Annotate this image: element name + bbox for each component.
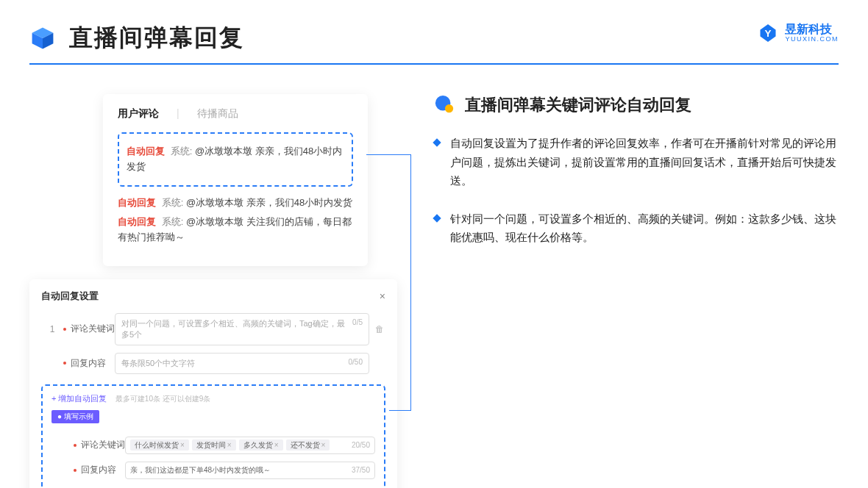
highlighted-comment: 自动回复 系统: @冰墩墩本墩 亲亲，我们48小时内发货 — [118, 132, 353, 187]
system-label: 系统: — [171, 146, 193, 157]
tab-user-comments[interactable]: 用户评论 — [118, 107, 159, 121]
comment-item: 自动回复 系统: @冰墩墩本墩 亲亲，我们48小时内发货 — [118, 195, 353, 211]
keyword-label: 评论关键词 — [71, 323, 115, 335]
page-title: 直播间弹幕回复 — [69, 22, 244, 54]
tab-separator: | — [177, 107, 179, 121]
example-section: + 增加自动回复 最多可建10条 还可以创建9条 ● 填写示例 评论关键词 什么… — [41, 384, 385, 488]
bullet-point: 自动回复设置为了提升作者的评论回复效率，作者可在开播前针对常见的评论用户问题，提… — [434, 134, 839, 190]
keyword-input[interactable]: 对同一个问题，可设置多个相近、高频的关键词，Tag确定，最多5个 0/5 — [115, 313, 369, 345]
brand-name-en: YUUXIN.COM — [785, 36, 839, 43]
required-dot — [63, 328, 66, 331]
bullet-point: 针对同一个问题，可设置多个相近的、高频的关键词。例如：这款多少钱、这块能优惠吗、… — [434, 209, 839, 247]
ex-content-label: 回复内容 — [81, 464, 125, 476]
add-hint: 最多可建10条 还可以创建9条 — [115, 395, 210, 403]
svg-text:Y: Y — [765, 28, 772, 39]
example-badge: ● 填写示例 — [51, 410, 99, 423]
ex-content-input[interactable]: 亲，我们这边都是下单48小时内发货的哦～ 37/50 — [125, 462, 375, 479]
close-icon[interactable]: × — [380, 290, 385, 302]
comment-item: 自动回复 系统: @冰墩墩本墩 关注我们的店铺，每日都有热门推荐呦～ — [118, 215, 353, 245]
diamond-bullet-icon — [433, 214, 441, 222]
add-auto-reply-link[interactable]: + 增加自动回复 — [51, 394, 107, 403]
svg-point-5 — [445, 104, 453, 112]
keyword-tag[interactable]: 还不发货× — [286, 439, 330, 451]
comments-panel: 用户评论 | 待播商品 自动回复 系统: @冰墩墩本墩 亲亲，我们48小时内发货… — [103, 94, 368, 266]
content-label: 回复内容 — [71, 357, 115, 370]
connector-line — [366, 154, 410, 155]
brand-icon: Y — [757, 22, 779, 44]
section-title: 直播间弹幕关键词评论自动回复 — [465, 94, 691, 116]
cube-icon — [29, 25, 56, 51]
settings-title: 自动回复设置 — [41, 290, 99, 303]
keyword-tag[interactable]: 发货时间× — [192, 439, 236, 451]
brand-logo: Y 昱新科技 YUUXIN.COM — [757, 22, 839, 44]
trash-icon[interactable]: 🗑 — [375, 324, 385, 334]
content-input[interactable]: 每条限50个中文字符 0/50 — [115, 353, 369, 374]
connector-line — [389, 410, 411, 411]
header-divider — [29, 63, 839, 65]
ex-keyword-label: 评论关键词 — [81, 439, 125, 451]
ex-keyword-input[interactable]: 什么时候发货×发货时间×多久发货×还不发货× 20/50 — [125, 437, 375, 454]
chat-bubble-icon — [434, 95, 455, 115]
keyword-tag[interactable]: 多久发货× — [239, 439, 283, 451]
diamond-bullet-icon — [433, 138, 441, 146]
brand-name-cn: 昱新科技 — [785, 23, 839, 36]
auto-reply-label: 自动回复 — [127, 146, 165, 157]
auto-reply-settings-panel: 自动回复设置 × 1 评论关键词 对同一个问题，可设置多个相近、高频的关键词，T… — [29, 279, 397, 488]
row-number: 1 — [41, 324, 63, 334]
connector-line — [410, 154, 411, 410]
tab-pending-goods[interactable]: 待播商品 — [197, 107, 238, 121]
required-dot — [63, 362, 66, 365]
keyword-tag[interactable]: 什么时候发货× — [130, 439, 189, 451]
